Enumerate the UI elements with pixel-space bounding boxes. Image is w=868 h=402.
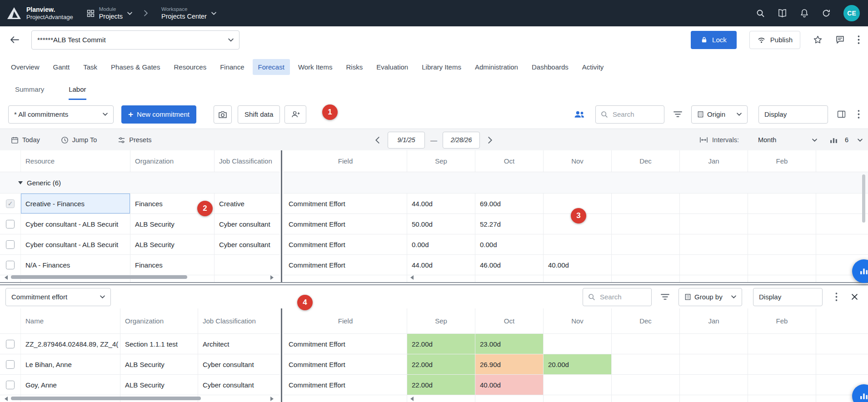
tab-work-items[interactable]: Work Items: [293, 59, 338, 75]
close-panel-icon[interactable]: [851, 293, 858, 300]
horizontal-pane-splitter[interactable]: [0, 282, 868, 285]
scrollbar-thumb[interactable]: [11, 275, 187, 279]
job-classification-cell[interactable]: Cyber consultant: [215, 214, 280, 234]
month-value-cell[interactable]: 44.00d: [407, 194, 475, 213]
tab-evaluation[interactable]: Evaluation: [371, 59, 414, 75]
row-checkbox[interactable]: [6, 360, 15, 369]
subtab-summary[interactable]: Summary: [15, 85, 44, 100]
library-book-icon[interactable]: [778, 9, 787, 18]
interval-unit-dropdown[interactable]: Month: [758, 136, 817, 144]
month-value-cell[interactable]: [748, 334, 816, 354]
month-value-cell[interactable]: [748, 214, 816, 234]
name-cell[interactable]: Goy, Anne: [21, 375, 120, 395]
tab-dashboards[interactable]: Dashboards: [526, 59, 574, 75]
month-value-cell[interactable]: [680, 255, 748, 275]
col-header-name[interactable]: Name: [21, 308, 120, 333]
field-cell[interactable]: Commitment Effort: [283, 234, 407, 254]
month-value-cell[interactable]: [544, 334, 612, 354]
col-header-month[interactable]: Oct: [475, 308, 544, 333]
upper-horizontal-scrollbar[interactable]: [5, 274, 274, 280]
display-dropdown[interactable]: Display: [758, 105, 828, 124]
resources-people-icon[interactable]: [574, 110, 585, 119]
assign-resource-button[interactable]: [284, 105, 306, 124]
month-value-cell[interactable]: [748, 255, 816, 275]
tab-task[interactable]: Task: [78, 59, 103, 75]
workspace-switcher[interactable]: Workspace Projects Center: [161, 6, 216, 21]
project-title-dropdown[interactable]: ******ALB Test Commit: [31, 30, 239, 50]
resource-name-cell[interactable]: N/A - Finances: [21, 255, 130, 275]
scroll-left-arrow[interactable]: [5, 275, 8, 280]
month-value-cell[interactable]: [612, 194, 680, 213]
search-icon[interactable]: [756, 9, 765, 18]
month-value-cell[interactable]: [680, 334, 748, 354]
table-row[interactable]: ZZ_2.879464.02484.89, ZZ_4(Section 1.1.1…: [0, 334, 868, 354]
name-cell[interactable]: ZZ_2.879464.02484.89, ZZ_4(: [21, 334, 120, 354]
range-start-input[interactable]: [388, 132, 425, 149]
collapse-triangle-icon[interactable]: [18, 181, 23, 184]
resource-name-cell[interactable]: Creative - Finances: [21, 194, 130, 213]
table-row[interactable]: Le Bihan, AnneALB SecurityCyber consulta…: [0, 354, 868, 375]
table-row[interactable]: ✓Creative - FinancesFinancesCreativeComm…: [0, 194, 868, 214]
month-value-cell[interactable]: [407, 275, 475, 282]
month-value-cell[interactable]: [748, 375, 816, 395]
month-value-cell[interactable]: 22.00d: [407, 354, 475, 374]
resource-name-cell[interactable]: Cyber consultant - ALB Securit: [21, 214, 130, 234]
table-row[interactable]: N/A - FinancesFinancesCommitment Effort4…: [0, 255, 868, 275]
col-header-organization[interactable]: Organization: [130, 150, 215, 172]
more-options-icon[interactable]: [858, 35, 860, 44]
lock-button[interactable]: Lock: [691, 31, 737, 49]
month-value-cell[interactable]: [612, 275, 680, 282]
col-header-month[interactable]: Jan: [680, 308, 748, 333]
publish-button[interactable]: Publish: [749, 31, 800, 49]
job-classification-cell[interactable]: [215, 255, 280, 275]
shift-data-button[interactable]: Shift data: [238, 105, 280, 124]
col-header-month[interactable]: Jan: [680, 150, 748, 172]
tab-gantt[interactable]: Gantt: [48, 59, 75, 75]
month-value-cell[interactable]: 40.00d: [544, 255, 612, 275]
month-value-cell[interactable]: 26.90d: [475, 354, 544, 374]
field-cell[interactable]: Commitment Effort: [283, 354, 407, 374]
scrollbar-thumb[interactable]: [11, 397, 201, 400]
vertical-scrollbar[interactable]: [862, 174, 865, 223]
tab-forecast[interactable]: Forecast: [253, 59, 290, 75]
origin-dropdown[interactable]: Origin: [691, 105, 748, 124]
lower-horizontal-scrollbar[interactable]: [5, 396, 274, 401]
capacity-search-input[interactable]: [599, 293, 647, 301]
more-options-icon[interactable]: [835, 293, 838, 301]
month-value-cell[interactable]: 40.00d: [475, 375, 544, 395]
month-value-cell[interactable]: [475, 395, 544, 402]
presets-button[interactable]: Presets: [115, 136, 154, 144]
tab-overview[interactable]: Overview: [5, 59, 45, 75]
table-row[interactable]: Cyber consultant - ALB SecuritALB Securi…: [0, 234, 868, 255]
month-value-cell[interactable]: 52.27d: [475, 214, 544, 234]
more-options-icon[interactable]: [858, 110, 860, 119]
range-prev-chevron[interactable]: [373, 136, 382, 144]
col-header-field[interactable]: Field: [283, 308, 407, 333]
month-value-cell[interactable]: [748, 234, 816, 254]
month-value-cell[interactable]: 50.00d: [407, 214, 475, 234]
month-value-cell[interactable]: [680, 375, 748, 395]
comments-icon[interactable]: [835, 35, 845, 45]
month-value-cell[interactable]: [748, 354, 816, 374]
col-header-resource[interactable]: Resource: [21, 150, 130, 172]
col-header-month[interactable]: Dec: [612, 308, 680, 333]
lower-right-pane-scroll-arrow[interactable]: [410, 397, 414, 401]
capacity-display-dropdown[interactable]: Display: [753, 288, 823, 306]
organization-cell[interactable]: ALB Security: [130, 214, 215, 234]
upper-right-pane-scroll-arrow[interactable]: [410, 275, 414, 280]
organization-cell[interactable]: ALB Security: [130, 234, 215, 254]
row-checkbox[interactable]: [6, 381, 15, 389]
col-header-month[interactable]: Nov: [544, 308, 612, 333]
month-value-cell[interactable]: [544, 395, 612, 402]
name-cell[interactable]: Le Bihan, Anne: [21, 354, 120, 374]
month-value-cell[interactable]: 22.00d: [407, 334, 475, 354]
row-checkbox[interactable]: [6, 220, 15, 228]
col-header-month[interactable]: Sep: [407, 150, 475, 172]
month-value-cell[interactable]: [748, 395, 816, 402]
tab-resources[interactable]: Resources: [168, 59, 212, 75]
month-value-cell[interactable]: [680, 234, 748, 254]
month-value-cell[interactable]: [612, 214, 680, 234]
month-value-cell[interactable]: [680, 275, 748, 282]
col-header-month[interactable]: Dec: [612, 150, 680, 172]
month-value-cell[interactable]: [748, 194, 816, 213]
